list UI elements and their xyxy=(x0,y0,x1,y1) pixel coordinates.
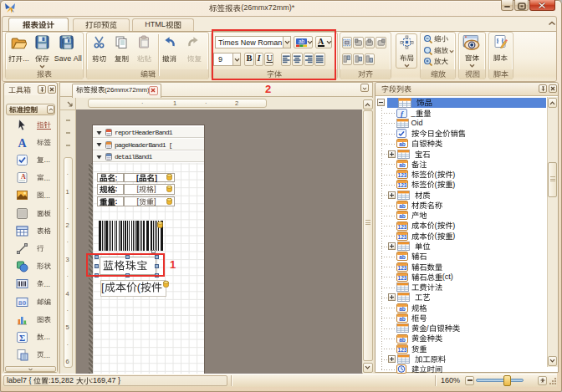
svg-text:ab: ab xyxy=(399,162,406,168)
svg-text:ab: ab xyxy=(399,254,406,260)
svg-text:ab: ab xyxy=(399,316,406,322)
svg-text:123: 123 xyxy=(397,265,406,271)
svg-text:ab: ab xyxy=(399,337,406,343)
svg-text:Σ: Σ xyxy=(19,332,25,342)
svg-text:A: A xyxy=(18,136,27,149)
svg-text:80: 80 xyxy=(18,298,27,306)
svg-text:123: 123 xyxy=(397,224,406,230)
svg-text:ab: ab xyxy=(399,141,406,147)
svg-text:123: 123 xyxy=(397,182,406,188)
svg-text:ab: ab xyxy=(399,203,406,209)
svg-text:123: 123 xyxy=(397,234,406,240)
svg-text:123: 123 xyxy=(397,275,406,281)
svg-text:123: 123 xyxy=(397,172,406,178)
svg-text:ab: ab xyxy=(399,213,406,219)
svg-text:ab: ab xyxy=(399,306,406,312)
svg-text:123: 123 xyxy=(397,347,406,353)
